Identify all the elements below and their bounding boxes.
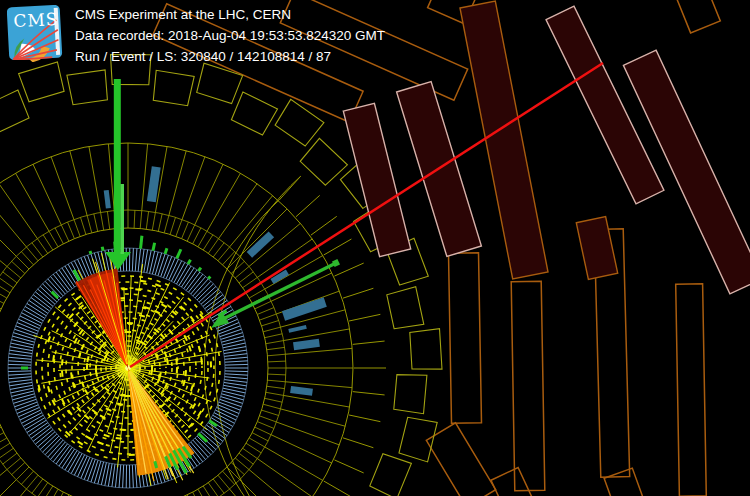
hcal-energy-bar xyxy=(290,386,313,396)
ecal-hatch-line xyxy=(222,394,244,400)
ecal-hatch-line xyxy=(132,465,133,488)
hcal-spoke xyxy=(230,489,273,496)
tracker-hit xyxy=(120,430,126,431)
muon-segment-green xyxy=(211,259,340,328)
hcal-fine-spoke xyxy=(257,308,274,315)
ecal-hatch-line xyxy=(40,434,57,450)
tracker-hit xyxy=(85,436,90,439)
ecal-hatch-line xyxy=(225,364,248,365)
ecal-hatch-line xyxy=(9,382,32,385)
ecal-hatch-line xyxy=(225,361,248,362)
green-energy-tick xyxy=(209,421,217,426)
hcal-fine-spoke xyxy=(74,220,80,237)
tracker-hit xyxy=(183,380,185,386)
ecal-hatch-line xyxy=(48,440,63,457)
ecal-hatch-line xyxy=(138,249,140,272)
ecal-hatch-line xyxy=(195,438,211,455)
ecal-hatch-line xyxy=(221,397,243,404)
ecal-hatch-line xyxy=(12,394,34,400)
muon-chamber-box xyxy=(674,0,721,33)
hcal-fine-spoke xyxy=(176,220,182,237)
ladder-chamber xyxy=(0,90,29,133)
ecal-hatch-line xyxy=(35,292,53,307)
hcal-fine-spoke xyxy=(80,217,85,234)
hcal-fine-spoke xyxy=(265,334,283,338)
hcal-spoke xyxy=(284,395,350,407)
hcal-fine-spoke xyxy=(262,410,279,415)
green-energy-tick xyxy=(102,247,103,251)
muon-chamber-box xyxy=(426,423,495,496)
ecal-hatch-line xyxy=(225,374,248,375)
tracker-hit xyxy=(191,385,193,391)
hcal-fine-spoke xyxy=(260,314,277,320)
hcal-energy-bar xyxy=(293,339,320,350)
tracker-hit xyxy=(139,315,145,317)
hcal-energy-bar xyxy=(288,325,307,333)
ecal-hatch-line xyxy=(158,254,165,276)
ecal-hatch-line xyxy=(9,354,32,357)
hcal-fine-spoke xyxy=(94,214,98,232)
hcal-fine-spoke xyxy=(268,374,286,375)
tracker-hit xyxy=(76,296,81,299)
hcal-spoke xyxy=(265,447,323,481)
tracker-hit xyxy=(79,352,81,358)
met-bar xyxy=(114,79,121,254)
wedge-band-spoke xyxy=(324,481,352,496)
ecal-hatch-line xyxy=(8,364,31,365)
ecal-hatch-line xyxy=(50,442,65,460)
header-title: CMS Experiment at the LHC, CERN xyxy=(75,4,385,25)
hcal-fine-spoke xyxy=(134,210,135,228)
tracker-hit xyxy=(155,284,161,286)
tracker-hit xyxy=(198,411,201,416)
ladder-chamber xyxy=(275,99,324,146)
hcal-energy-bar xyxy=(147,166,161,202)
cms-logo-text: CMS xyxy=(13,9,59,31)
ecal-hatch-line xyxy=(115,464,117,487)
hcal-spoke xyxy=(281,409,346,426)
hcal-fine-spoke xyxy=(37,239,47,254)
ecal-hatch-line xyxy=(135,465,137,488)
green-energy-tick xyxy=(198,433,207,441)
hcal-energy-bar xyxy=(282,297,327,320)
ecal-hatch-line xyxy=(13,397,35,404)
muon-chamber-box xyxy=(676,284,707,496)
hcal-fine-spoke xyxy=(87,215,92,232)
hcal-fine-spoke xyxy=(170,217,175,234)
tracker-hit xyxy=(69,314,73,318)
hcal-fine-spoke xyxy=(101,212,104,230)
green-energy-tick xyxy=(141,236,142,249)
hcal-fine-spoke xyxy=(246,443,261,453)
tracker-hit xyxy=(39,385,40,391)
ecal-hatch-line xyxy=(91,460,98,482)
hcal-fine-spoke xyxy=(203,235,213,250)
hcal-fine-spoke xyxy=(249,438,265,447)
hcal-fine-spoke xyxy=(61,225,69,241)
event-display: CMS CMS Experiment at the LHC, CERN Data… xyxy=(0,0,750,496)
ladder-chamber xyxy=(231,92,277,135)
muon-chamber-box xyxy=(449,253,482,423)
tracker-hit xyxy=(140,281,146,282)
wedge-band-spoke xyxy=(324,239,352,255)
muon-chambers-hit xyxy=(343,1,750,294)
hcal-spoke xyxy=(0,223,7,266)
ecal-hatch-line xyxy=(112,464,115,487)
met-bar-secondary xyxy=(121,184,125,254)
ecal-hatch-line xyxy=(188,274,202,292)
wedge-band-spoke xyxy=(334,460,363,473)
hcal-fine-spoke xyxy=(187,225,195,241)
ecal-hatch-line xyxy=(132,248,133,271)
hcal-spoke xyxy=(207,173,241,231)
wedge-band-spoke xyxy=(353,341,385,344)
hcal-fine-spoke xyxy=(267,347,285,349)
hcal-spoke xyxy=(16,173,50,231)
hcal-fine-spoke xyxy=(55,228,63,244)
ecal-hatch-line xyxy=(53,444,67,462)
ecal-hatch-line xyxy=(224,354,247,357)
hcal-fine-spoke xyxy=(208,239,218,254)
wedge-band-spoke xyxy=(296,195,320,216)
ecal-hatch-line xyxy=(197,284,213,300)
hcal-fine-spoke xyxy=(164,215,169,232)
ecal-hatch-line xyxy=(224,380,247,383)
ecal-hatch-line xyxy=(9,380,32,383)
green-energy-tick xyxy=(165,248,167,254)
